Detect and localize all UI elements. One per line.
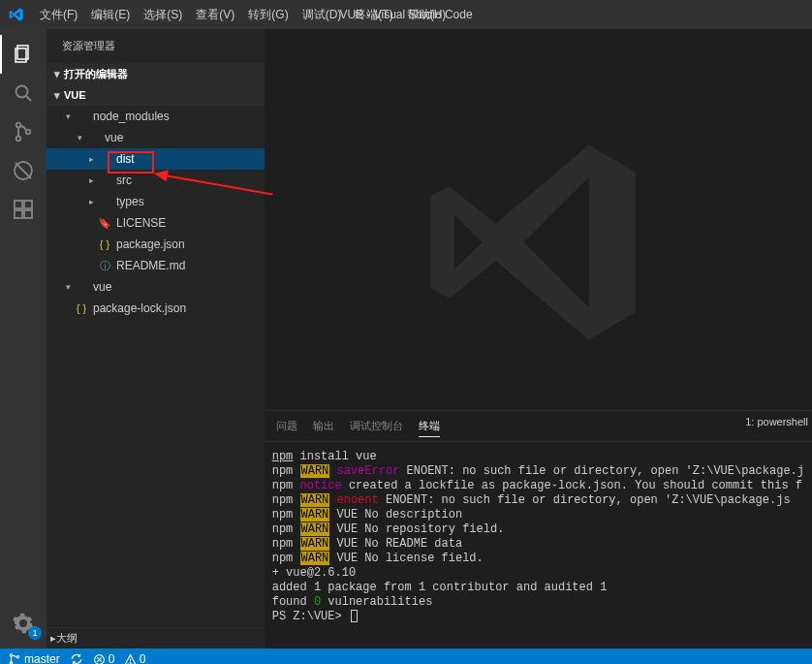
- terminal-output[interactable]: npm install vuenpm WARN saveError ENOENT…: [265, 442, 812, 648]
- svg-rect-9: [15, 201, 22, 208]
- tree-item-src[interactable]: ▸src: [47, 170, 265, 191]
- open-editors-section[interactable]: ▾打开的编辑器: [47, 63, 265, 84]
- tree-label: vue: [105, 131, 123, 144]
- terminal-selector[interactable]: 1: powershell: [745, 416, 808, 427]
- activity-explorer[interactable]: [0, 35, 47, 74]
- json-icon: { }: [74, 302, 89, 314]
- window-title: VUE - Visual Studio Code: [339, 8, 472, 21]
- activity-debug[interactable]: [0, 151, 47, 190]
- project-section[interactable]: ▾VUE: [47, 84, 265, 106]
- activity-search[interactable]: [0, 74, 47, 112]
- activity-bar: 1: [0, 29, 47, 648]
- activity-settings[interactable]: 1: [0, 604, 47, 643]
- panel-tabs: 问题输出调试控制台终端1: powershell: [265, 411, 812, 442]
- bottom-panel: 问题输出调试控制台终端1: powershell npm install vue…: [265, 410, 812, 648]
- menu-查看(V)[interactable]: 查看(V): [189, 0, 241, 29]
- svg-line-8: [16, 163, 31, 178]
- panel-tab-2[interactable]: 调试控制台: [350, 416, 403, 436]
- vscode-logo-icon: [0, 7, 33, 22]
- tree-label: package-lock.json: [93, 301, 186, 315]
- tree-item-dist[interactable]: ▸dist: [47, 148, 265, 170]
- outline-section[interactable]: ▸大纲: [47, 627, 265, 648]
- tree-item-README.md[interactable]: ⓘREADME.md: [47, 255, 265, 276]
- svg-point-13: [10, 654, 12, 656]
- svg-rect-11: [24, 210, 32, 218]
- sidebar-title: 资源管理器: [47, 29, 265, 63]
- svg-rect-12: [24, 201, 32, 208]
- activity-extensions[interactable]: [0, 190, 47, 229]
- tree-label: vue: [93, 280, 111, 294]
- license-icon: 🔖: [97, 217, 112, 230]
- tree-item-package.json[interactable]: { }package.json: [47, 234, 265, 255]
- menu-编辑(E)[interactable]: 编辑(E): [84, 0, 137, 29]
- project-label: VUE: [64, 89, 86, 101]
- status-branch[interactable]: master: [8, 652, 60, 664]
- tree-label: LICENSE: [116, 216, 166, 230]
- open-editors-label: 打开的编辑器: [64, 67, 128, 81]
- tree-label: src: [116, 174, 132, 187]
- tree-label: node_modules: [93, 110, 170, 123]
- svg-rect-10: [15, 210, 22, 218]
- outline-label: 大纲: [56, 631, 78, 646]
- json-icon: { }: [97, 238, 112, 250]
- terminal-cursor: [351, 610, 358, 622]
- svg-point-2: [16, 86, 28, 98]
- settings-badge: 1: [28, 626, 42, 640]
- tree-item-vue[interactable]: ▾vue: [47, 276, 265, 298]
- editor-area: 问题输出调试控制台终端1: powershell npm install vue…: [265, 29, 812, 648]
- svg-point-20: [130, 662, 131, 663]
- svg-line-3: [26, 96, 31, 101]
- menu-选择(S)[interactable]: 选择(S): [137, 0, 189, 29]
- tree-label: package.json: [116, 237, 185, 251]
- tree-item-LICENSE[interactable]: 🔖LICENSE: [47, 212, 265, 234]
- branch-name: master: [24, 652, 60, 664]
- status-problems[interactable]: 0 0: [93, 652, 146, 664]
- tree-label: types: [116, 195, 144, 208]
- tree-label: README.md: [116, 259, 185, 272]
- svg-point-5: [16, 137, 21, 142]
- activity-scm[interactable]: [0, 112, 47, 151]
- error-count: 0: [109, 652, 115, 664]
- explorer-sidebar: 资源管理器 ▾打开的编辑器 ▾VUE ▾node_modules▾vue▸dis…: [47, 29, 265, 648]
- vscode-watermark-icon: [265, 126, 812, 359]
- panel-tab-3[interactable]: 终端: [419, 416, 440, 437]
- tree-item-types[interactable]: ▸types: [47, 191, 265, 212]
- panel-tab-0[interactable]: 问题: [276, 416, 297, 436]
- warning-count: 0: [140, 652, 146, 664]
- menu-转到(G)[interactable]: 转到(G): [241, 0, 295, 29]
- tree-item-node_modules[interactable]: ▾node_modules: [47, 106, 265, 127]
- status-bar: master 0 0: [0, 648, 812, 664]
- menu-文件(F)[interactable]: 文件(F): [33, 0, 84, 29]
- svg-point-4: [16, 123, 21, 128]
- tree-label: dist: [116, 152, 135, 166]
- title-bar: 文件(F)编辑(E)选择(S)查看(V)转到(G)调试(D)终端(T)帮助(H)…: [0, 0, 812, 29]
- file-tree: ▾node_modules▾vue▸dist▸src▸types🔖LICENSE…: [47, 106, 265, 627]
- panel-tab-1[interactable]: 输出: [313, 416, 334, 436]
- tree-item-vue[interactable]: ▾vue: [47, 127, 265, 148]
- tree-item-package-lock.json[interactable]: { }package-lock.json: [47, 298, 265, 319]
- status-sync[interactable]: [70, 652, 83, 664]
- readme-icon: ⓘ: [97, 259, 112, 273]
